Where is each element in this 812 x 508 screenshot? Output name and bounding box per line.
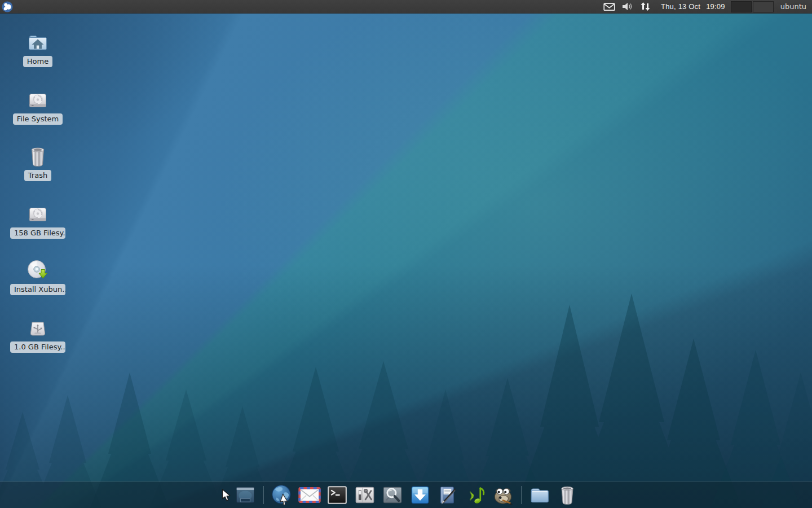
dock-show-desktop-button[interactable] [234,484,257,506]
desktop-icon-label: Install Xubun... [10,284,65,295]
removable-drive-icon [27,317,49,340]
settings-icon [354,484,376,506]
notebook-pen-icon [437,484,458,506]
desktop-icon-label: 1.0 GB Filesy... [10,341,65,353]
desktop-icon-trash[interactable]: Trash [10,144,65,181]
install-cd-icon [26,259,50,282]
dock-web-browser-button[interactable] [271,484,293,506]
workspace-switcher [731,0,774,14]
workspace-1[interactable] [731,1,752,12]
terminal-icon [326,484,348,506]
desktop-icon-home[interactable]: Home [10,30,65,67]
magnifier-finder-icon [382,484,403,506]
clock-time: 19:09 [706,2,725,11]
desktop-icon-label: Trash [24,170,51,181]
dock-notes-button[interactable] [436,484,459,506]
trash-icon [27,144,49,168]
folder-icon [529,484,550,506]
dock-settings-manager-button[interactable] [354,484,376,506]
dock-terminal-button[interactable] [326,484,348,506]
speaker-icon [621,2,634,11]
dock-panel [0,481,812,508]
indicator-area [602,0,652,14]
globe-browser-icon [271,484,293,506]
gimp-wilber-icon [492,484,514,506]
wallpaper [0,0,812,508]
dock-application-finder-button[interactable] [381,484,404,506]
music-note-icon [465,484,486,506]
desktop-icon-label: File System [13,113,63,125]
desktop-icon-label: 158 GB Filesy... [10,227,65,239]
download-arrow-icon [409,484,431,506]
network-indicator[interactable] [639,0,652,14]
updown-arrows-icon [640,2,651,11]
top-panel: Thu, 13 Oct 19:09 ubuntu [0,0,812,14]
desktop-icon-158gb-filesystem[interactable]: 158 GB Filesy... [10,202,65,239]
dock-separator [263,486,264,504]
desktop-icon-install-xubuntu[interactable]: Install Xubun... [10,259,65,295]
xubuntu-logo-icon [2,1,13,12]
dock-gimp-button[interactable] [492,484,514,506]
home-folder-icon [27,32,49,54]
dock-separator [521,486,522,504]
envelope-icon [603,2,615,11]
hard-drive-icon [27,89,49,112]
workspace-2[interactable] [753,1,774,12]
desktop-icon-1gb-filesystem[interactable]: 1.0 GB Filesy... [10,316,65,353]
hard-drive-icon [27,203,49,226]
messages-indicator[interactable] [602,0,616,14]
dock-software-updater-button[interactable] [409,484,431,506]
username-label: ubuntu [780,2,806,11]
volume-indicator[interactable] [620,0,635,14]
airmail-envelope-icon [298,484,321,506]
show-desktop-icon [235,484,256,506]
dock-file-manager-button[interactable] [528,484,551,506]
desktop-icon-label: Home [23,56,52,67]
dock-audio-player-button[interactable] [464,484,487,506]
desktop-icon-file-system[interactable]: File System [10,88,65,125]
clock[interactable]: Thu, 13 Oct 19:09 [657,0,731,14]
applications-menu-button[interactable] [0,0,15,14]
clock-date: Thu, 13 Oct [661,2,700,11]
dock-mail-reader-button[interactable] [298,484,321,506]
dock-trash-button[interactable] [556,484,579,506]
trash-icon [557,484,577,506]
